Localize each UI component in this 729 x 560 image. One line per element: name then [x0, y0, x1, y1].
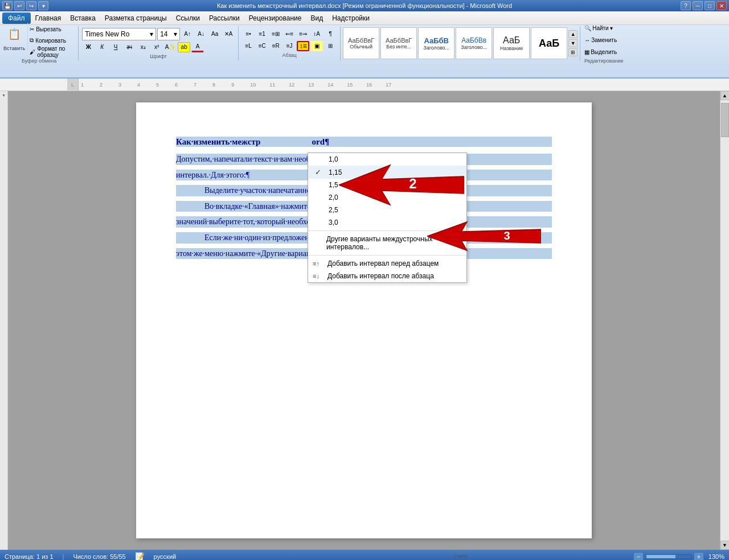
save-qa-button[interactable]: 💾: [2, 1, 13, 10]
subscript-button[interactable]: x₂: [137, 42, 149, 52]
menu-insert[interactable]: Вставка: [65, 13, 100, 24]
font-decrease-button[interactable]: A↓: [195, 29, 207, 39]
show-formatting-button[interactable]: ¶: [324, 29, 337, 39]
svg-marker-0: [339, 165, 464, 205]
redo-qa-button[interactable]: ↪: [26, 1, 36, 10]
italic-button[interactable]: К: [96, 42, 108, 52]
font-case-button[interactable]: Aa: [208, 29, 221, 39]
add-after-item[interactable]: ≡↓ Добавить интервал после абзаца: [308, 270, 466, 282]
format-painter-icon: 🖌: [30, 49, 35, 55]
undo-qa-button[interactable]: ↩: [14, 1, 24, 10]
add-before-label: Добавить интервал перед абзацем: [327, 260, 439, 267]
text-effects-button[interactable]: A✨: [164, 42, 177, 52]
add-before-item[interactable]: ≡↑ Добавить интервал перед абзацем: [308, 257, 466, 270]
justify-button[interactable]: ≡J: [283, 41, 296, 51]
underline-button[interactable]: Ч: [109, 42, 122, 52]
doc-title-text: Как·изменить·межстр ord¶: [176, 137, 329, 146]
menu-addins[interactable]: Надстройки: [327, 13, 374, 24]
style-title-preview: АаБ: [503, 35, 520, 46]
bullets-button[interactable]: ≡•: [242, 29, 255, 39]
styles-scroll-up[interactable]: ▲: [568, 30, 578, 38]
font-name-value: Times New Ro: [85, 30, 129, 38]
scroll-up-button[interactable]: ▲: [720, 91, 730, 100]
minimize-button[interactable]: ─: [693, 1, 703, 10]
copy-button[interactable]: ⧉ Копировать: [29, 35, 75, 46]
styles-scroll-down[interactable]: ▼: [568, 39, 578, 47]
menu-review[interactable]: Рецензирование: [244, 13, 306, 24]
superscript-button[interactable]: x²: [150, 42, 163, 52]
styles-expand[interactable]: ⊞: [568, 48, 578, 56]
style-no-spacing-preview: АаБбВвГ: [386, 37, 412, 44]
replace-button[interactable]: ↔ Заменить: [584, 35, 624, 45]
style-title-label: Название: [500, 46, 523, 51]
font-name-selector[interactable]: Times New Ro ▾: [82, 28, 156, 40]
paste-button[interactable]: 📋: [3, 23, 25, 46]
style-title[interactable]: АаБ Название: [493, 27, 530, 59]
style-normal-preview: АаБбВвГ: [348, 37, 374, 44]
align-center-button[interactable]: ≡C: [256, 41, 268, 51]
spacing-3-label: 3,0: [329, 219, 338, 227]
maximize-button[interactable]: □: [705, 1, 715, 10]
menu-mailings[interactable]: Рассылки: [204, 13, 244, 24]
bold-button[interactable]: Ж: [82, 42, 95, 52]
menu-view[interactable]: Вид: [306, 13, 327, 24]
replace-icon: ↔: [584, 37, 590, 43]
menu-home[interactable]: Главная: [31, 13, 66, 24]
annotation-3-text: 3: [503, 229, 510, 242]
styles-label: Стили: [453, 553, 468, 559]
scroll-down-button[interactable]: ▼: [720, 541, 730, 550]
ribbon: 📋 Вставить ✂ Вырезать ⧉ Копировать 🖌: [0, 25, 729, 79]
scroll-thumb[interactable]: [721, 103, 729, 137]
language-label: русский: [154, 553, 176, 560]
increase-indent-button[interactable]: ≡⇒: [297, 29, 309, 39]
strikethrough-button[interactable]: зч: [123, 42, 136, 52]
font-color-button[interactable]: A: [191, 42, 204, 52]
menu-file[interactable]: Файл: [2, 13, 31, 24]
vertical-scrollbar[interactable]: ▲ ▼: [720, 91, 729, 550]
page-info: Страница: 1 из 1: [5, 553, 54, 560]
font-increase-button[interactable]: A↑: [181, 29, 194, 39]
font-label: Шрифт: [150, 53, 167, 59]
zoom-in-button[interactable]: +: [694, 552, 704, 560]
close-button[interactable]: ✕: [716, 1, 727, 10]
find-button[interactable]: 🔍 Найти ▾: [584, 23, 624, 33]
menu-references[interactable]: Ссылки: [171, 13, 204, 24]
styles-group: АаБбВвГ Обычный АаБбВвГ Без инте... АаБб…: [341, 26, 580, 60]
add-after-icon: ≡↓: [313, 273, 324, 279]
style-normal[interactable]: АаБбВвГ Обычный: [343, 27, 379, 59]
spacing-15-label: 1,5: [329, 181, 338, 189]
zoom-out-button[interactable]: −: [633, 552, 644, 560]
line-spacing-button[interactable]: ↕≡: [297, 41, 309, 51]
status-sep1: |: [63, 553, 64, 560]
spacing-1-label: 1,0: [329, 155, 338, 163]
cut-button[interactable]: ✂ Вырезать: [29, 24, 75, 34]
format-painter-button[interactable]: 🖌 Формат по образцу: [29, 47, 75, 57]
annotation-2-text: 2: [409, 176, 416, 191]
align-left-button[interactable]: ≡L: [242, 41, 255, 51]
style-heading2[interactable]: АаБбВв Заголово...: [456, 27, 492, 59]
sort-button[interactable]: ↕A: [310, 29, 323, 39]
multilevel-list-button[interactable]: ≡⊞: [269, 29, 282, 39]
help-button[interactable]: ?: [681, 1, 691, 10]
style-heading1-preview: АаБбВ: [424, 36, 449, 45]
style-heading1-label: Заголово...: [423, 45, 449, 51]
add-after-label: Добавить интервал после абзаца: [327, 272, 434, 280]
style-heading1[interactable]: АаБбВ Заголово...: [418, 27, 454, 59]
menu-page-layout[interactable]: Разметка страницы: [100, 13, 171, 24]
style-no-spacing-label: Без инте...: [386, 44, 411, 50]
zoom-bar[interactable]: [646, 554, 691, 559]
numbering-button[interactable]: ≡1: [256, 29, 268, 39]
text-highlight-button[interactable]: ab: [178, 42, 190, 52]
copy-label: Копировать: [35, 38, 66, 44]
titlebar-title: Как изменить межстрочный интервал.docx […: [50, 2, 679, 9]
customize-qa-button[interactable]: ▾: [38, 1, 48, 10]
select-button[interactable]: ▦ Выделить: [584, 47, 624, 57]
align-right-button[interactable]: ≡R: [269, 41, 282, 51]
decrease-indent-button[interactable]: ⇐≡: [283, 29, 296, 39]
clear-formatting-button[interactable]: ✕A: [222, 29, 235, 39]
style-no-spacing[interactable]: АаБбВвГ Без инте...: [380, 27, 417, 59]
style-extra[interactable]: АаБ: [531, 27, 567, 59]
shading-button[interactable]: ▣: [310, 41, 323, 51]
borders-button[interactable]: ⊞: [324, 41, 337, 51]
font-size-selector[interactable]: 14 ▾: [157, 28, 180, 40]
